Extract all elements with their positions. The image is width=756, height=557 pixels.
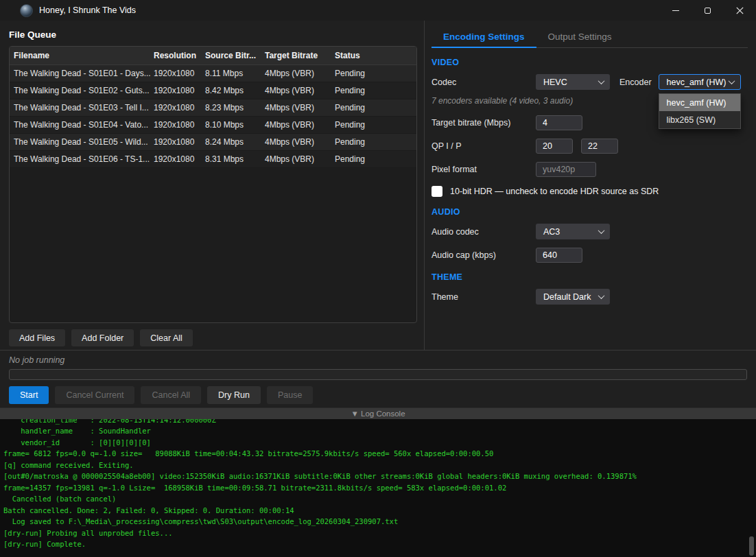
column-header-source-bitrate[interactable]: Source Bitr...	[205, 51, 265, 60]
cell-target-bitrate: 4Mbps (VBR)	[265, 137, 335, 147]
minimize-icon	[672, 10, 679, 11]
cell-target-bitrate: 4Mbps (VBR)	[265, 120, 335, 130]
pause-button[interactable]: Pause	[267, 386, 313, 404]
close-icon	[736, 7, 744, 14]
cell-status: Pending	[335, 154, 416, 164]
cell-source-bitrate: 8.11 Mbps	[205, 69, 265, 78]
table-row[interactable]: The Walking Dead - S01E05 - Wild... 1920…	[10, 134, 416, 151]
cell-target-bitrate: 4Mbps (VBR)	[265, 154, 335, 164]
encoder-select[interactable]: hevc_amf (HW)	[659, 74, 741, 90]
audio-cap-input[interactable]	[536, 248, 582, 263]
progress-bar	[9, 369, 747, 380]
window-title: Honey, I Shrunk The Vids	[39, 5, 136, 15]
settings-tabs: Encoding Settings Output Settings	[432, 27, 748, 48]
log-console-toggle[interactable]: ▼ Log Console	[0, 407, 756, 419]
theme-value: Default Dark	[543, 292, 599, 302]
cell-resolution: 1920x1080	[154, 103, 205, 112]
audio-section-header: AUDIO	[432, 207, 748, 217]
chevron-down-icon	[598, 78, 605, 84]
cell-filename: The Walking Dead - S01E05 - Wild...	[10, 137, 154, 147]
hdr-checkbox-label: 10-bit HDR — uncheck to encode HDR sourc…	[450, 187, 659, 196]
cell-filename: The Walking Dead - S01E02 - Guts...	[10, 86, 154, 95]
theme-select[interactable]: Default Dark	[536, 289, 610, 305]
target-bitrate-input[interactable]	[536, 115, 582, 130]
cell-filename: The Walking Dead - S01E01 - Days...	[10, 69, 154, 78]
log-line: Log saved to F:\_Media\_processing\compr…	[3, 516, 756, 527]
qp-p-input[interactable]	[581, 139, 618, 154]
start-button[interactable]: Start	[9, 386, 49, 404]
encoder-label: Encoder	[619, 78, 652, 87]
encoder-option-libx265[interactable]: libx265 (SW)	[659, 111, 740, 128]
chevron-down-icon	[598, 292, 605, 299]
chevron-down-icon	[598, 227, 605, 234]
log-line: [out#0/matroska @ 0000025504a8eb00] vide…	[3, 471, 756, 482]
codec-value: HEVC	[543, 78, 599, 87]
cell-status: Pending	[335, 120, 416, 130]
video-section-header: VIDEO	[432, 58, 748, 67]
add-files-button[interactable]: Add Files	[9, 329, 65, 346]
qp-i-input[interactable]	[536, 139, 573, 154]
log-line: [q] command received. Exiting.	[3, 460, 756, 471]
app-window: Honey, I Shrunk The Vids File Queue File…	[0, 0, 756, 557]
table-row[interactable]: The Walking Dead - S01E01 - Days... 1920…	[10, 65, 416, 82]
log-line: frame=14357 fps=13981 q=-1.0 Lsize= 1689…	[3, 482, 756, 493]
file-queue-actions: Add Files Add Folder Clear All	[9, 329, 424, 346]
clear-all-button[interactable]: Clear All	[140, 329, 193, 346]
cell-status: Pending	[335, 103, 416, 112]
add-folder-button[interactable]: Add Folder	[71, 329, 134, 346]
cell-target-bitrate: 4Mbps (VBR)	[265, 86, 335, 95]
maximize-button[interactable]	[692, 0, 724, 21]
audio-codec-value: AC3	[543, 227, 599, 237]
audio-codec-select[interactable]: AC3	[536, 224, 610, 239]
audio-cap-label: Audio cap (kbps)	[432, 250, 536, 260]
close-button[interactable]	[724, 0, 756, 21]
cell-filename: The Walking Dead - S01E04 - Vato...	[10, 120, 154, 130]
cell-filename: The Walking Dead - S01E06 - TS-1...	[10, 154, 154, 164]
cell-resolution: 1920x1080	[154, 86, 205, 95]
codec-select[interactable]: HEVC	[536, 74, 610, 90]
file-queue-table: Filename Resolution Source Bitr... Targe…	[9, 46, 417, 323]
caption-buttons	[659, 0, 756, 21]
cell-source-bitrate: 8.42 Mbps	[205, 86, 265, 95]
dry-run-button[interactable]: Dry Run	[207, 386, 261, 404]
log-line: [dry-run] Complete.	[3, 538, 756, 549]
target-bitrate-label: Target bitrate (Mbps)	[432, 118, 536, 128]
tab-encoding-settings[interactable]: Encoding Settings	[432, 27, 536, 48]
log-console[interactable]: creation_time : 2022-08-13T14:14:12.0000…	[0, 419, 756, 557]
column-header-target-bitrate[interactable]: Target Bitrate	[265, 51, 335, 60]
column-header-filename[interactable]: Filename	[10, 51, 154, 60]
theme-section-header: THEME	[432, 272, 748, 282]
job-section: No job running Start Cancel Current Canc…	[0, 350, 756, 407]
log-lines: creation_time : 2022-08-13T14:14:12.0000…	[3, 419, 756, 549]
settings-panel: Encoding Settings Output Settings VIDEO …	[425, 21, 756, 350]
pixel-format-input[interactable]	[536, 162, 596, 177]
table-header-row: Filename Resolution Source Bitr... Targe…	[10, 47, 416, 65]
chevron-down-icon	[728, 78, 735, 84]
cell-source-bitrate: 8.24 Mbps	[205, 137, 265, 147]
column-header-status[interactable]: Status	[335, 51, 416, 60]
log-line: Batch cancelled. Done: 2, Failed: 0, Ski…	[3, 505, 756, 516]
table-row[interactable]: The Walking Dead - S01E06 - TS-1... 1920…	[10, 151, 416, 168]
app-icon	[20, 4, 33, 17]
tab-output-settings[interactable]: Output Settings	[536, 27, 624, 47]
cell-target-bitrate: 4Mbps (VBR)	[265, 103, 335, 112]
log-line: handler_name : SoundHandler	[3, 425, 756, 436]
encoder-dropdown-list: hevc_amf (HW) libx265 (SW)	[659, 93, 741, 129]
job-status-text: No job running	[9, 355, 747, 365]
log-scrollbar-thumb[interactable]	[749, 536, 754, 556]
table-row[interactable]: The Walking Dead - S01E04 - Vato... 1920…	[10, 117, 416, 134]
table-row[interactable]: The Walking Dead - S01E02 - Guts... 1920…	[10, 82, 416, 99]
maximize-icon	[705, 8, 711, 14]
cancel-all-button[interactable]: Cancel All	[141, 386, 201, 404]
table-row[interactable]: The Walking Dead - S01E03 - Tell I... 19…	[10, 99, 416, 117]
hdr-checkbox[interactable]	[432, 186, 442, 197]
column-header-resolution[interactable]: Resolution	[154, 51, 205, 60]
cancel-current-button[interactable]: Cancel Current	[55, 386, 134, 404]
minimize-button[interactable]	[659, 0, 692, 21]
encoder-option-hevc-amf[interactable]: hevc_amf (HW)	[659, 94, 740, 111]
log-line: creation_time : 2022-08-13T14:14:12.0000…	[3, 419, 756, 425]
pixel-format-label: Pixel format	[432, 165, 536, 174]
encoder-value: hevc_amf (HW)	[667, 78, 729, 87]
cell-resolution: 1920x1080	[154, 137, 205, 147]
qp-label: QP I / P	[432, 141, 536, 151]
